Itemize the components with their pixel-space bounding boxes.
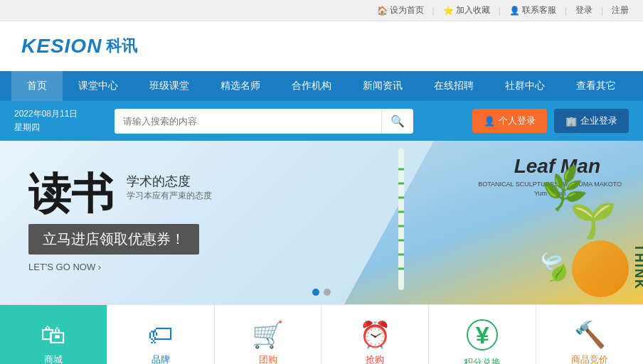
contact-service[interactable]: 👤 联系客服 <box>509 4 556 16</box>
icon-bar: 🛍 商城 🏷 品牌 🛒 团购 ⏰ 抢购 ¥ 积分兑换 🔨 商品竞价 <box>0 304 643 364</box>
nav-community[interactable]: 社群中心 <box>489 71 560 101</box>
logo[interactable]: KESION 科讯 <box>21 35 137 58</box>
login-link[interactable]: 登录 <box>575 4 592 16</box>
icon-brand[interactable]: 🏷 品牌 <box>107 305 215 364</box>
orange-decoration <box>572 240 629 297</box>
banner-right: Leaf Man BOTANICAL SCULPTURES BY AZUMA M… <box>344 141 643 304</box>
person-icon: 👤 <box>484 116 495 127</box>
login-buttons: 👤 个人登录 🏢 企业登录 <box>472 109 629 133</box>
personal-login-button[interactable]: 👤 个人登录 <box>472 109 547 133</box>
banner-subtitle-line1: 学术的态度 <box>127 173 212 190</box>
mall-icon: 🛍 <box>41 322 66 348</box>
star-icon: ⭐ <box>443 6 454 16</box>
points-label: 积分兑换 <box>464 356 501 364</box>
icon-groupbuy[interactable]: 🛒 团购 <box>215 305 322 364</box>
login-label: 登录 <box>575 4 592 16</box>
auction-label: 商品竞价 <box>571 353 608 364</box>
search-input[interactable] <box>115 110 381 132</box>
register-link[interactable]: 注册 <box>612 4 629 16</box>
set-homepage[interactable]: 🏠 设为首页 <box>377 4 424 16</box>
nav-classroom[interactable]: 课堂中心 <box>63 71 134 101</box>
leaf-decoration-2: 🌱 <box>565 194 618 245</box>
banner-subtitle: 学术的态度 学习本应有严束的态度 <box>127 173 212 202</box>
banner-dot-2[interactable] <box>324 289 331 296</box>
nav-bar: 首页 课堂中心 班级课堂 精选名师 合作机构 新闻资讯 在线招聘 社群中心 查看… <box>0 71 643 101</box>
nav-home[interactable]: 首页 <box>11 71 63 101</box>
nav-news[interactable]: 新闻资讯 <box>347 71 418 101</box>
banner-dots <box>312 289 331 296</box>
groupbuy-icon: 🛒 <box>252 322 284 348</box>
header: KESION 科讯 <box>0 21 643 71</box>
flash-icon: ⏰ <box>359 322 391 348</box>
banner: 读书 学术的态度 学习本应有严束的态度 立马进店领取优惠券！ LET'S GO … <box>0 141 643 304</box>
icon-points[interactable]: ¥ 积分兑换 <box>429 305 536 364</box>
nav-teachers[interactable]: 精选名师 <box>205 71 276 101</box>
user-icon: 👤 <box>509 6 520 16</box>
brand-label: 品牌 <box>152 353 170 364</box>
logo-chinese: 科讯 <box>106 36 137 57</box>
nav-partners[interactable]: 合作机构 <box>276 71 347 101</box>
icon-flash[interactable]: ⏰ 抢购 <box>322 305 429 364</box>
points-icon: ¥ <box>467 319 498 350</box>
banner-title: 读书 <box>28 173 114 215</box>
divider3: | <box>565 6 567 16</box>
search-wrapper: 🔍 <box>115 109 413 134</box>
home-icon: 🏠 <box>377 6 388 16</box>
groupbuy-label: 团购 <box>259 353 277 364</box>
icon-mall[interactable]: 🛍 商城 <box>0 305 107 364</box>
banner-promo[interactable]: 立马进店领取优惠券！ <box>28 224 199 255</box>
auction-icon: 🔨 <box>574 322 606 348</box>
building-icon: 🏢 <box>565 116 577 127</box>
contact-service-label: 联系客服 <box>522 4 556 16</box>
add-favorite[interactable]: ⭐ 加入收藏 <box>443 4 490 16</box>
flash-label: 抢购 <box>366 353 384 364</box>
top-bar: 🏠 设为首页 | ⭐ 加入收藏 | 👤 联系客服 | 登录 | 注册 <box>0 0 643 21</box>
search-bar: 2022年08月11日 星期四 🔍 👤 个人登录 🏢 企业登录 <box>0 101 643 141</box>
divider1: | <box>432 6 435 16</box>
mall-label: 商城 <box>44 353 63 364</box>
logo-kesion: KESION <box>21 35 102 58</box>
brand-icon: 🏷 <box>148 322 174 348</box>
personal-login-label: 个人登录 <box>499 114 536 127</box>
search-button[interactable]: 🔍 <box>381 109 413 134</box>
register-label: 注册 <box>612 4 629 16</box>
icon-auction[interactable]: 🔨 商品竞价 <box>536 305 643 364</box>
enterprise-login-button[interactable]: 🏢 企业登录 <box>554 109 629 133</box>
nav-others[interactable]: 查看其它 <box>560 71 632 101</box>
add-favorite-label: 加入收藏 <box>456 4 490 16</box>
nav-jobs[interactable]: 在线招聘 <box>418 71 489 101</box>
divider2: | <box>499 6 501 16</box>
banner-subtitle-line2: 学习本应有严束的态度 <box>127 190 212 202</box>
date-line2: 星期四 <box>14 122 40 132</box>
banner-left: 读书 学术的态度 学习本应有严束的态度 立马进店领取优惠券！ LET'S GO … <box>0 159 344 287</box>
banner-cta[interactable]: LET'S GO NOW › <box>28 262 316 272</box>
enterprise-login-label: 企业登录 <box>580 114 617 127</box>
divider4: | <box>601 6 603 16</box>
think-text: THINK <box>632 244 643 290</box>
banner-dot-1[interactable] <box>312 289 319 296</box>
date-line1: 2022年08月11日 <box>14 109 78 119</box>
date-area: 2022年08月11日 星期四 <box>14 107 78 134</box>
straw-icon <box>387 148 415 290</box>
set-homepage-label: 设为首页 <box>390 4 424 16</box>
nav-class[interactable]: 班级课堂 <box>134 71 205 101</box>
